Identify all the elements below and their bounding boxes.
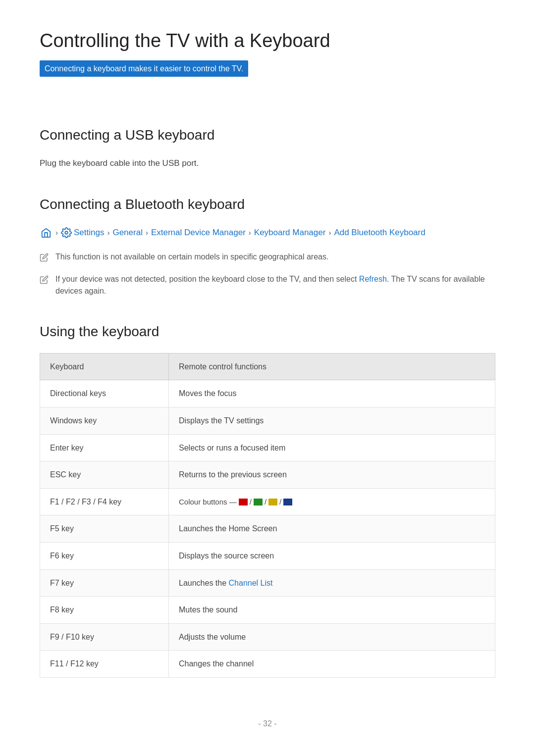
keyboard-function-cell: Mutes the sound <box>169 597 495 624</box>
keyboard-key-cell: F6 key <box>40 542 169 569</box>
breadcrumb-general[interactable]: General <box>112 226 142 239</box>
keyboard-key-cell: ESC key <box>40 461 169 489</box>
col-keyboard-header: Keyboard <box>40 353 169 380</box>
keyboard-function-cell: Displays the TV settings <box>169 407 495 434</box>
keyboard-function-cell: Launches the Channel List <box>169 569 495 597</box>
keyboard-function-cell: Returns to the previous screen <box>169 461 495 489</box>
keyboard-function-cell: Adjusts the volume <box>169 623 495 651</box>
col-functions-header: Remote control functions <box>169 353 495 380</box>
keyboard-key-cell: F11 / F12 key <box>40 651 169 678</box>
note-icon-2 <box>40 274 49 289</box>
notes-list: This function is not available on certai… <box>40 251 495 297</box>
keyboard-key-cell: F5 key <box>40 515 169 543</box>
note-text-1: This function is not available on certai… <box>55 251 328 263</box>
table-row: Windows keyDisplays the TV settings <box>40 407 495 434</box>
colour-blue <box>283 499 292 505</box>
keyboard-key-cell: Enter key <box>40 434 169 461</box>
table-header-row: Keyboard Remote control functions <box>40 353 495 380</box>
keyboard-key-cell: Windows key <box>40 407 169 434</box>
table-row: F11 / F12 keyChanges the channel <box>40 651 495 678</box>
table-row: F1 / F2 / F3 / F4 keyColour buttons — / … <box>40 488 495 515</box>
page-footer: - 32 - <box>40 717 495 730</box>
keyboard-key-cell: Directional keys <box>40 380 169 407</box>
table-row: F7 keyLaunches the Channel List <box>40 569 495 597</box>
channel-list-link[interactable]: Channel List <box>229 579 273 587</box>
table-row: Enter keySelects or runs a focused item <box>40 434 495 461</box>
breadcrumb-chevron-3: › <box>146 227 148 239</box>
note-icon-1 <box>40 252 49 266</box>
keyboard-key-cell: F9 / F10 key <box>40 623 169 651</box>
home-icon[interactable] <box>40 226 53 239</box>
keyboard-function-cell: Launches the Home Screen <box>169 515 495 543</box>
using-section-heading: Using the keyboard <box>40 321 495 343</box>
page-title: Controlling the TV with a Keyboard <box>40 30 495 52</box>
breadcrumb-chevron-5: › <box>328 227 331 239</box>
keyboard-function-cell: Colour buttons — / / / <box>169 488 495 515</box>
table-row: Directional keysMoves the focus <box>40 380 495 407</box>
table-row: ESC keyReturns to the previous screen <box>40 461 495 489</box>
breadcrumb-external-device-manager[interactable]: External Device Manager <box>151 226 246 239</box>
colour-red <box>239 499 248 505</box>
keyboard-function-cell: Moves the focus <box>169 380 495 407</box>
subtitle-box: Connecting a keyboard makes it easier to… <box>40 60 248 77</box>
note-text-2: If your device was not detected, positio… <box>55 273 495 297</box>
keyboard-key-cell: F8 key <box>40 597 169 624</box>
table-row: F8 keyMutes the sound <box>40 597 495 624</box>
keyboard-key-cell: F7 key <box>40 569 169 597</box>
keyboard-table: Keyboard Remote control functions Direct… <box>40 353 495 678</box>
breadcrumb-add-bluetooth[interactable]: Add Bluetooth Keyboard <box>334 226 425 239</box>
keyboard-function-cell: Displays the source screen <box>169 542 495 569</box>
note-item-1: This function is not available on certai… <box>40 251 495 266</box>
svg-point-0 <box>65 231 68 234</box>
breadcrumb: › Settings › General › External Device M… <box>40 226 495 239</box>
breadcrumb-settings[interactable]: Settings <box>74 226 104 239</box>
table-row: F5 keyLaunches the Home Screen <box>40 515 495 543</box>
settings-icon <box>61 227 72 238</box>
colour-buttons-cell: Colour buttons — / / / <box>179 496 293 508</box>
refresh-link: Refresh <box>359 275 387 283</box>
keyboard-function-cell: Selects or runs a focused item <box>169 434 495 461</box>
note-text-2-before: If your device was not detected, positio… <box>55 275 359 283</box>
note-item-2: If your device was not detected, positio… <box>40 273 495 297</box>
usb-section-text: Plug the keyboard cable into the USB por… <box>40 156 495 170</box>
usb-section-heading: Connecting a USB keyboard <box>40 124 495 147</box>
keyboard-key-cell: F1 / F2 / F3 / F4 key <box>40 488 169 515</box>
breadcrumb-chevron-2: › <box>107 227 109 239</box>
colour-yellow <box>268 499 277 505</box>
bluetooth-section-heading: Connecting a Bluetooth keyboard <box>40 194 495 216</box>
keyboard-function-cell: Changes the channel <box>169 651 495 678</box>
table-row: F9 / F10 keyAdjusts the volume <box>40 623 495 651</box>
breadcrumb-chevron-1: › <box>55 227 58 239</box>
table-row: F6 keyDisplays the source screen <box>40 542 495 569</box>
colour-green <box>254 499 263 505</box>
breadcrumb-keyboard-manager[interactable]: Keyboard Manager <box>254 226 326 239</box>
breadcrumb-chevron-4: › <box>249 227 251 239</box>
